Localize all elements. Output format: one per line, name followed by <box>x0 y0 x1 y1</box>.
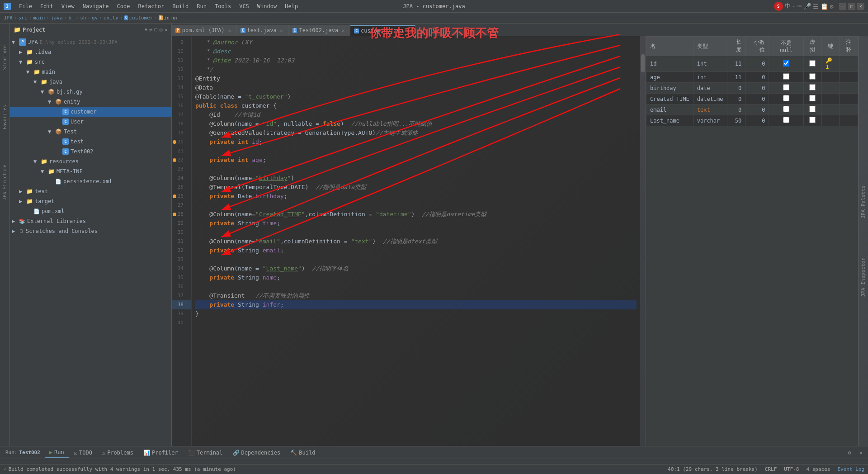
menu-file[interactable]: File <box>15 2 36 10</box>
code-line-38: private String infor; <box>195 300 637 309</box>
tree-item-pomxml[interactable]: 📄 pom.xml <box>10 206 171 216</box>
bc-bj[interactable]: bj <box>68 15 74 21</box>
menu-view[interactable]: View <box>58 2 78 10</box>
bc-enity[interactable]: enity <box>104 15 118 21</box>
vtab-favorites[interactable]: Favorites <box>1 101 9 133</box>
test002-tab-close[interactable]: ✕ <box>340 27 346 33</box>
menu-build[interactable]: Build <box>169 2 192 10</box>
tree-item[interactable]: ▼ 📦 bj.sh.gy <box>10 87 171 97</box>
tab-test[interactable]: C test.java ✕ <box>237 25 289 36</box>
db-row-id[interactable]: id int 11 0 🔑1 <box>646 56 858 72</box>
tree-item-persistence[interactable]: 📄 persistence.xml <box>10 176 171 186</box>
bc-jpa[interactable]: JPA <box>4 15 13 21</box>
lang-indicator: 中 <box>785 2 790 10</box>
tree-item[interactable]: ▼ 📁 java <box>10 77 171 87</box>
bc-src[interactable]: src <box>19 15 28 21</box>
tree-item-customer[interactable]: C customer <box>10 107 171 117</box>
right-scrollbar[interactable] <box>640 36 646 446</box>
db-row-age[interactable]: age int 11 0 <box>646 72 858 83</box>
tab-test002[interactable]: C Test002.java ✕ <box>289 25 351 36</box>
tree-item-extlibs[interactable]: ▶ 📚 External Libraries <box>10 216 171 226</box>
sidebar-sync-icon[interactable]: ⇄ <box>149 27 152 33</box>
window-max[interactable]: □ <box>848 3 855 10</box>
pom-xml-icon: 📄 <box>33 209 40 214</box>
bc-java[interactable]: java <box>51 15 63 21</box>
tree-item-metainf[interactable]: ▼ 📁 META-INF <box>10 166 171 176</box>
menu-run[interactable]: Run <box>193 2 210 10</box>
tree-item[interactable]: ▼ P JPA E:\my eclisp 2022-3-23\JPA <box>10 37 171 47</box>
menu-vcs[interactable]: VCS <box>236 2 253 10</box>
test-tab-icon: C <box>241 28 245 33</box>
bottom-tab-problems[interactable]: ⚠ Problems <box>98 447 138 458</box>
sidebar-close-icon[interactable]: ✕ <box>165 27 168 33</box>
window-close[interactable]: ✕ <box>857 3 864 10</box>
tree-item[interactable]: ▶ 📁 .idea <box>10 47 171 57</box>
sidebar-dropdown-icon[interactable]: ▼ <box>145 27 147 32</box>
sidebar-collapse-icon[interactable]: ⊟ <box>154 27 157 33</box>
menu-window[interactable]: Window <box>254 2 280 10</box>
window-min[interactable]: ─ <box>839 3 846 10</box>
toolbar-icon4: ☰ <box>813 3 819 10</box>
bc-sh[interactable]: sh <box>80 15 86 21</box>
customer-tab-close[interactable]: ✕ <box>405 28 411 34</box>
event-log-link[interactable]: Event Log <box>837 466 864 472</box>
charset: UTF-8 <box>784 466 799 472</box>
editor-gutter: 9 10 11 12 13 14 15 16 17 18 19 20 21 22 <box>172 36 192 446</box>
menu-edit[interactable]: Edit <box>37 2 57 10</box>
pom-tab-close[interactable]: ✕ <box>226 27 233 33</box>
bottom-tab-profiler[interactable]: 📊 Profiler <box>139 447 183 458</box>
test-tab-close[interactable]: ✕ <box>278 27 285 33</box>
code-line-37: @Transient //不需要映射的属性 <box>195 291 637 300</box>
code-line-30 <box>195 228 637 237</box>
code-line-36 <box>195 282 637 291</box>
menu-help[interactable]: Help <box>281 2 302 10</box>
menu-code[interactable]: Code <box>113 2 134 10</box>
bottom-tab-todo[interactable]: ☑ TODO <box>70 447 97 458</box>
bottom-tab-dependencies[interactable]: 🔗 Dependencies <box>228 447 285 458</box>
code-editor[interactable]: * @author LXY * @desc * @time 2022-10-16… <box>192 36 640 446</box>
bc-gy[interactable]: gy <box>92 15 98 21</box>
tab-customer[interactable]: C customer.java ✕ <box>350 25 415 36</box>
tree-item-user[interactable]: C User <box>10 117 171 127</box>
bottom-tab-run[interactable]: ▶ Run <box>45 447 69 458</box>
tree-item[interactable]: ▼ 📦 enity <box>10 97 171 107</box>
main-folder-icon: 📁 <box>33 69 40 75</box>
db-row-birthday[interactable]: birthday date 0 0 <box>646 83 858 94</box>
menu-refactor[interactable]: Refactor <box>134 2 168 10</box>
bottom-tab-terminal[interactable]: ⬛ Terminal <box>184 447 227 458</box>
settings-icon-bottom[interactable]: ⚙ <box>844 450 855 456</box>
code-line-10: * @desc <box>195 47 637 56</box>
menu-tools[interactable]: Tools <box>211 2 235 10</box>
bottom-tab-build[interactable]: 🔨 Build <box>286 447 320 458</box>
bc-infor[interactable]: f infor <box>159 15 179 21</box>
sidebar-settings-icon[interactable]: ⚙ <box>160 27 163 33</box>
sogou-icon: S <box>774 2 783 11</box>
tab-pom[interactable]: P pom.xml (JPA) ✕ <box>172 25 237 36</box>
tree-item-scratches[interactable]: ▶ 🗒 Scratches and Consoles <box>10 226 171 236</box>
build-success-icon: ✓ <box>4 466 7 472</box>
db-row-creatad[interactable]: Creatad_TIME datetime 0 0 <box>646 94 858 104</box>
extlibs-icon: 📚 <box>19 218 25 224</box>
bc-customer[interactable]: C customer <box>124 15 153 21</box>
hide-bottom-icon[interactable]: ✕ <box>856 450 866 456</box>
vtab-jpa-structure[interactable]: JPA Structure <box>1 161 9 204</box>
tree-item[interactable]: ▼ 📁 main <box>10 67 171 77</box>
menu-navigate[interactable]: Navigate <box>79 2 113 10</box>
db-row-lastname[interactable]: Last_name varchar 50 0 <box>646 115 858 126</box>
tree-item-resources[interactable]: ▼ 📁 resources <box>10 156 171 166</box>
jpa-palette-label[interactable]: JPA Palette <box>859 184 868 220</box>
tree-item[interactable]: ▼ 📁 src <box>10 57 171 67</box>
tree-item-test-pkg[interactable]: ▼ 📦 Test <box>10 127 171 137</box>
code-line-16: public class customer { <box>195 101 637 110</box>
jpa-inspector-label[interactable]: JPA Inspector <box>859 256 868 299</box>
bc-main[interactable]: main <box>33 15 45 21</box>
tree-item-test002[interactable]: C Test002 <box>10 147 171 156</box>
tree-item-target[interactable]: ▶ 📁 target <box>10 196 171 206</box>
vtab-structure[interactable]: Structure <box>1 42 9 73</box>
tree-item-test[interactable]: C test <box>10 137 171 147</box>
tree-item-test-folder[interactable]: ▶ 📁 test <box>10 186 171 196</box>
db-row-email[interactable]: email text 0 0 <box>646 104 858 115</box>
jpa-palette-tab[interactable]: JPA Palette JPA Inspector <box>858 36 868 446</box>
code-line-11: * @time 2022-10-16 12:03 <box>195 56 637 65</box>
persistence-xml-icon: 📄 <box>55 179 61 185</box>
